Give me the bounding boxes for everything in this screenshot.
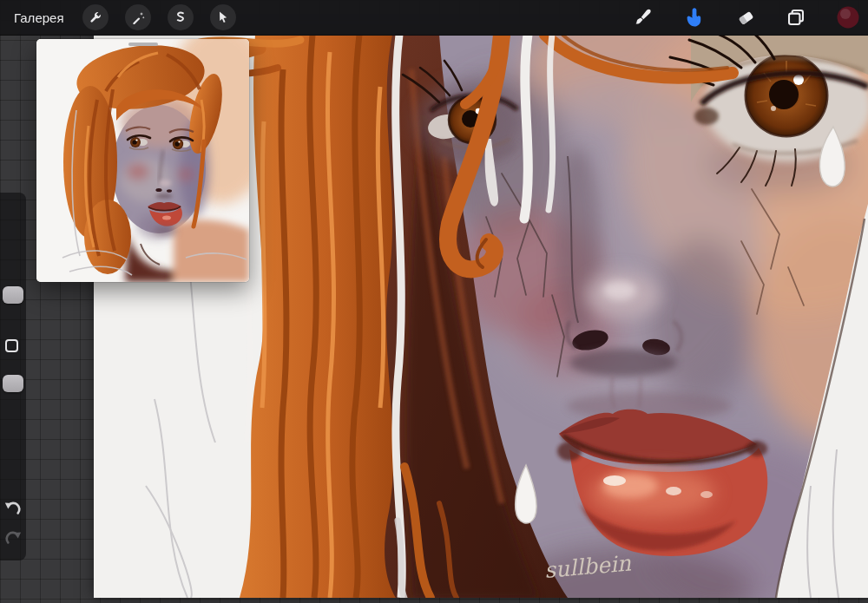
redo-button[interactable] (3, 528, 23, 548)
reference-window[interactable] (36, 39, 249, 282)
eraser-icon (736, 8, 755, 27)
transform-button[interactable] (210, 4, 236, 30)
portrait-thumbnail-artwork (36, 39, 249, 282)
undo-button[interactable] (3, 498, 23, 519)
modify-button[interactable] (5, 339, 18, 352)
adjustments-button[interactable] (125, 4, 151, 30)
gallery-button[interactable]: Галерея (12, 7, 66, 29)
opacity-slider-handle[interactable] (3, 375, 23, 392)
paint-tool-button[interactable] (634, 8, 653, 27)
paint-tools-group (634, 6, 868, 29)
undo-arrow-icon (3, 498, 23, 519)
selection-s-icon (174, 10, 187, 24)
sidebar[interactable] (0, 193, 26, 560)
top-toolbar: Галерея (0, 0, 868, 36)
transform-arrow-icon (216, 10, 230, 24)
procreate-workspace: { "topbar": { "gallery_label": "Галерея"… (0, 0, 868, 603)
smudge-finger-icon (684, 7, 705, 28)
color-swatch-button[interactable] (837, 6, 859, 29)
actions-button[interactable] (82, 4, 108, 30)
brush-icon (634, 8, 653, 27)
selection-button[interactable] (168, 4, 194, 30)
orange-hair (240, 35, 402, 598)
smudge-tool-button[interactable] (684, 7, 705, 28)
wrench-icon (89, 10, 102, 24)
drag-handle[interactable] (128, 43, 158, 46)
brush-size-slider-handle[interactable] (3, 286, 23, 304)
erase-tool-button[interactable] (736, 8, 755, 27)
layers-icon (786, 8, 806, 27)
layers-button[interactable] (786, 8, 806, 27)
magic-wand-icon (131, 10, 145, 24)
color-swatch (837, 6, 859, 29)
redo-arrow-icon (3, 528, 23, 548)
